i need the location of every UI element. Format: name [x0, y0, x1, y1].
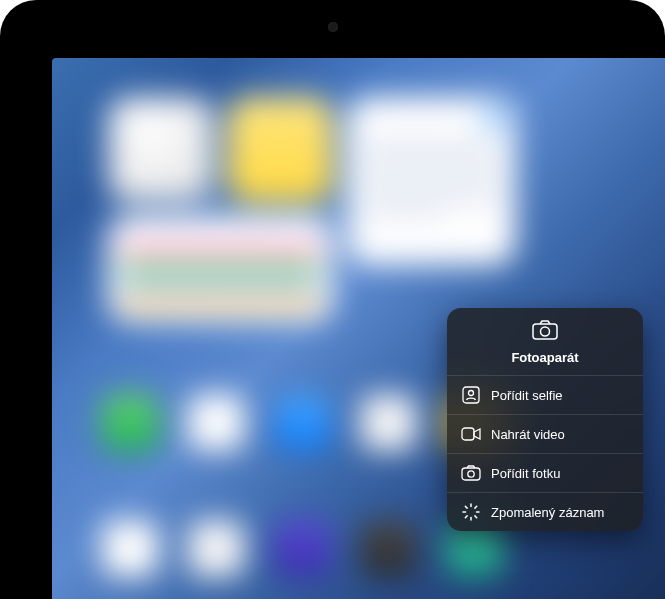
menu-header[interactable]: Fotoaparát	[447, 308, 643, 376]
app-icon	[360, 394, 417, 451]
app-icon	[188, 394, 245, 451]
app-icon	[274, 394, 331, 451]
app-icon	[360, 520, 417, 577]
svg-rect-4	[462, 428, 474, 440]
menu-title: Fotoaparát	[511, 350, 578, 365]
menu-item-label: Pořídit selfie	[491, 388, 563, 403]
selfie-icon	[461, 385, 481, 405]
menu-item-take-photo[interactable]: Pořídit fotku	[447, 454, 643, 493]
svg-rect-5	[462, 468, 480, 480]
app-icon	[102, 520, 159, 577]
menu-item-label: Pořídit fotku	[491, 466, 560, 481]
calendar-widget	[108, 217, 333, 322]
menu-item-label: Zpomalený záznam	[491, 505, 604, 520]
svg-line-13	[465, 516, 467, 518]
screen: Fotoaparát Pořídit selfie	[52, 58, 665, 599]
slomo-icon	[461, 502, 481, 522]
svg-point-6	[468, 471, 474, 477]
app-icon	[188, 520, 245, 577]
svg-line-12	[475, 516, 477, 518]
camera-icon	[532, 320, 558, 350]
notes-widget	[228, 97, 333, 202]
svg-line-14	[475, 506, 477, 508]
clock-widget	[108, 97, 213, 202]
camera-context-menu: Fotoaparát Pořídit selfie	[447, 308, 643, 531]
menu-item-slomo[interactable]: Zpomalený záznam	[447, 493, 643, 531]
svg-point-3	[469, 391, 474, 396]
app-icon	[274, 520, 331, 577]
svg-point-1	[541, 327, 550, 336]
reminders-widget	[347, 97, 515, 265]
menu-item-record-video[interactable]: Nahrát video	[447, 415, 643, 454]
camera-small-icon	[461, 463, 481, 483]
menu-item-selfie[interactable]: Pořídit selfie	[447, 376, 643, 415]
svg-line-11	[465, 506, 467, 508]
menu-item-label: Nahrát video	[491, 427, 565, 442]
app-icon	[102, 394, 159, 451]
device-frame: Fotoaparát Pořídit selfie	[0, 0, 665, 599]
video-icon	[461, 424, 481, 444]
device-camera	[328, 22, 338, 32]
